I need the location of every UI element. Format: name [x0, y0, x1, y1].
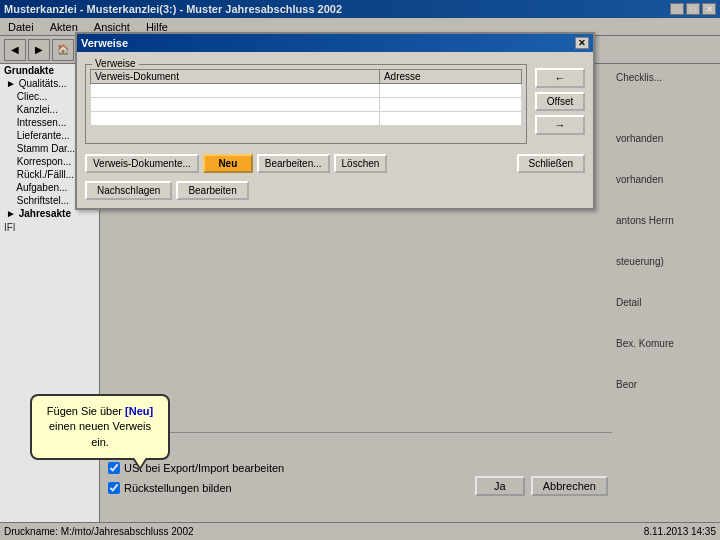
bearbeiten2-button[interactable]: Bearbeiten — [176, 181, 248, 200]
modal-overlay: Verweise ✕ Verweise Verweis-Dokument — [0, 0, 720, 540]
nav-panel: ← Offset → — [535, 60, 585, 135]
nachschlagen-button[interactable]: Nachschlagen — [85, 181, 172, 200]
table-row — [91, 98, 522, 112]
dialog-close-button[interactable]: ✕ — [575, 37, 589, 49]
app-window: Musterkanzlei - Musterkanzlei(3:) - Must… — [0, 0, 720, 540]
col-adresse: Adresse — [379, 70, 521, 84]
table-row — [91, 84, 522, 98]
dialog-left-btns: Verweis-Dokumente... Neu Bearbeiten... L… — [85, 154, 387, 173]
dialog-title: Verweise — [81, 37, 128, 49]
neu-button[interactable]: Neu — [203, 154, 253, 173]
groupbox-verweise: Verweise Verweis-Dokument Adresse — [85, 64, 527, 144]
col-verweis-dok: Verweis-Dokument — [91, 70, 380, 84]
speech-text-after: einen neuen Verweis ein. — [49, 420, 151, 447]
dialog-second-btn-row: Nachschlagen Bearbeiten — [85, 181, 585, 200]
dialog-btn-row: Verweis-Dokumente... Neu Bearbeiten... L… — [85, 154, 585, 173]
dialog-verweise: Verweise ✕ Verweise Verweis-Dokument — [75, 32, 595, 210]
speech-bubble: Fügen Sie über [Neu] einen neuen Verweis… — [30, 394, 170, 460]
speech-highlight: [Neu] — [125, 405, 153, 417]
loschen-button[interactable]: Löschen — [334, 154, 388, 173]
refs-table: Verweis-Dokument Adresse — [90, 69, 522, 126]
dialog-body: Verweise Verweis-Dokument Adresse — [77, 52, 593, 208]
dialog-title-bar: Verweise ✕ — [77, 34, 593, 52]
nav-right-button[interactable]: → — [535, 115, 585, 135]
nav-left-button[interactable]: ← — [535, 68, 585, 88]
bearbeiten-button[interactable]: Bearbeiten... — [257, 154, 330, 173]
refs-table-body — [91, 84, 522, 126]
table-row — [91, 112, 522, 126]
offset-button[interactable]: Offset — [535, 92, 585, 111]
speech-text-before: Fügen Sie über — [47, 405, 125, 417]
verweis-dok-button[interactable]: Verweis-Dokumente... — [85, 154, 199, 173]
groupbox-label: Verweise — [92, 58, 139, 69]
dialog-main-row: Verweise Verweis-Dokument Adresse — [85, 60, 585, 148]
schliessen-button[interactable]: Schließen — [517, 154, 585, 173]
